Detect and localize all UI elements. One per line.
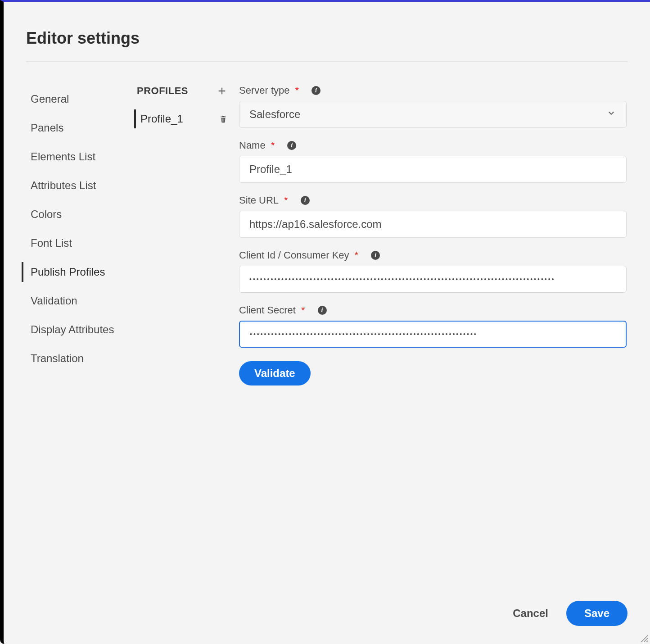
name-label: Name xyxy=(239,140,266,151)
server-type-select[interactable]: Salesforce xyxy=(239,101,627,128)
nav-item-translation[interactable]: Translation xyxy=(26,344,134,373)
server-type-label: Server type xyxy=(239,85,290,96)
field-server-type: Server type* i Salesforce xyxy=(239,85,627,128)
field-label-row: Client Id / Consumer Key* i xyxy=(239,249,627,261)
dialog-footer: Cancel Save xyxy=(513,601,627,626)
nav-item-general[interactable]: General xyxy=(26,85,134,113)
trash-icon xyxy=(219,114,227,123)
editor-settings-dialog: Editor settings General Panels Elements … xyxy=(0,0,650,644)
cancel-button[interactable]: Cancel xyxy=(513,607,548,620)
name-input[interactable] xyxy=(239,156,627,183)
profiles-header-label: PROFILES xyxy=(137,85,188,97)
settings-nav: General Panels Elements List Attributes … xyxy=(26,85,134,385)
site-url-input[interactable] xyxy=(239,211,627,238)
main-area: General Panels Elements List Attributes … xyxy=(26,85,627,385)
nav-item-attributes-list[interactable]: Attributes List xyxy=(26,171,134,200)
client-id-input[interactable] xyxy=(239,266,627,293)
client-secret-label: Client Secret xyxy=(239,304,296,316)
dialog-title: Editor settings xyxy=(26,29,627,62)
resize-icon xyxy=(639,633,648,642)
nav-item-font-list[interactable]: Font List xyxy=(26,229,134,258)
profile-item[interactable]: Profile_1 xyxy=(134,107,231,131)
client-id-label: Client Id / Consumer Key xyxy=(239,249,349,261)
resize-handle[interactable] xyxy=(639,633,648,642)
info-icon[interactable]: i xyxy=(301,196,310,205)
svg-line-4 xyxy=(646,640,648,642)
chevron-down-icon xyxy=(606,108,616,121)
info-icon[interactable]: i xyxy=(287,141,296,150)
client-secret-input[interactable] xyxy=(239,321,627,348)
field-client-secret: Client Secret* i xyxy=(239,304,627,348)
save-button[interactable]: Save xyxy=(566,601,627,626)
nav-item-panels[interactable]: Panels xyxy=(26,113,134,142)
required-marker: * xyxy=(295,85,299,96)
field-name: Name* i xyxy=(239,140,627,183)
profile-item-label: Profile_1 xyxy=(140,113,183,125)
site-url-label: Site URL xyxy=(239,195,279,206)
required-marker: * xyxy=(355,249,359,261)
field-site-url: Site URL* i xyxy=(239,195,627,238)
field-label-row: Site URL* i xyxy=(239,195,627,206)
field-label-row: Client Secret* i xyxy=(239,304,627,316)
field-label-row: Server type* i xyxy=(239,85,627,96)
profiles-panel: PROFILES Profile_1 xyxy=(134,85,231,385)
dialog-content: Editor settings General Panels Elements … xyxy=(4,2,650,385)
nav-item-display-attributes[interactable]: Display Attributes xyxy=(26,315,134,344)
info-icon[interactable]: i xyxy=(311,86,320,95)
required-marker: * xyxy=(301,304,305,316)
profiles-header: PROFILES xyxy=(134,85,231,107)
nav-item-elements-list[interactable]: Elements List xyxy=(26,142,134,171)
info-icon[interactable]: i xyxy=(371,251,380,260)
validate-button[interactable]: Validate xyxy=(239,361,311,385)
add-profile-button[interactable] xyxy=(216,85,228,97)
nav-item-validation[interactable]: Validation xyxy=(26,286,134,315)
nav-item-publish-profiles[interactable]: Publish Profiles xyxy=(26,258,134,286)
nav-item-colors[interactable]: Colors xyxy=(26,200,134,229)
profile-form: Server type* i Salesforce Name* i xyxy=(231,85,627,385)
delete-profile-button[interactable] xyxy=(218,114,228,124)
required-marker: * xyxy=(271,140,275,151)
server-type-value: Salesforce xyxy=(249,108,300,121)
info-icon[interactable]: i xyxy=(318,306,327,315)
plus-icon xyxy=(217,86,227,96)
field-client-id: Client Id / Consumer Key* i xyxy=(239,249,627,293)
field-label-row: Name* i xyxy=(239,140,627,151)
required-marker: * xyxy=(284,195,288,206)
